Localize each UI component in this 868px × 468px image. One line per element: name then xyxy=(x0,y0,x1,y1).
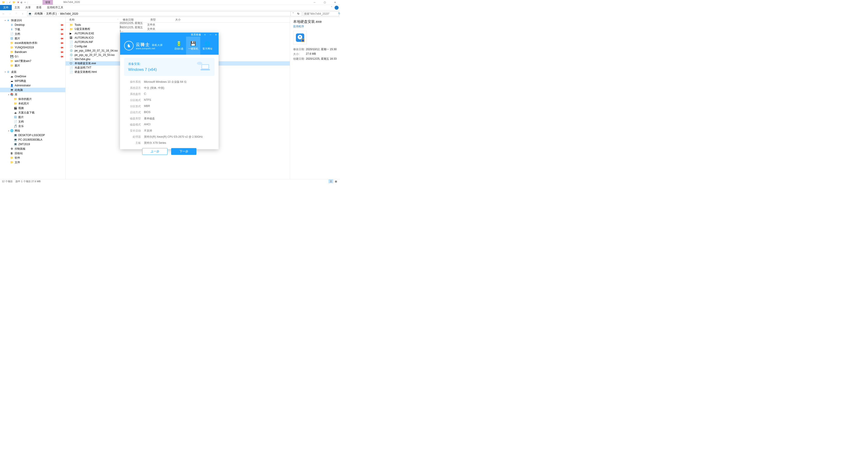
tree-item[interactable]: 🎵音乐 xyxy=(0,124,65,128)
pic-icon-glyph: 🖼 xyxy=(10,37,13,40)
file-row[interactable]: 📁U盘安装教程2020/12/25, 星期五 1...文件夹 xyxy=(66,27,290,31)
info-key: 磁盘类型 xyxy=(127,117,141,121)
ribbon-tab-file[interactable]: 文件 xyxy=(0,5,12,10)
orb-icon[interactable]: ◐ xyxy=(21,1,23,4)
chevron-right-icon[interactable]: › xyxy=(58,13,59,15)
tree-item[interactable]: ⚙控制面板 xyxy=(0,147,65,151)
nav-up-button[interactable]: ↑ xyxy=(20,11,25,17)
address-bar[interactable]: 💻 › 此电脑 › 文档 (E:) › Win7x64_2020 ˅ ↻ xyxy=(27,11,302,16)
pin-icon: 📌 xyxy=(59,23,64,27)
tree-item[interactable]: 📁软件 xyxy=(0,156,65,160)
tree-item[interactable]: ▸📚库 xyxy=(0,92,65,97)
tree-item[interactable]: 🎬视频 xyxy=(0,106,65,110)
col-header-name[interactable]: 名称 xyxy=(66,18,117,22)
view-icons-button[interactable]: ▦ xyxy=(334,180,338,183)
file-row[interactable]: 📁Tools2020/12/25, 星期五 1...文件夹 xyxy=(66,23,290,27)
nav-recent-dropdown[interactable]: ˅ xyxy=(13,11,19,17)
tree-item-label: 文件 xyxy=(15,160,20,164)
dialog-nav-item[interactable]: 🔋启动U盘 xyxy=(172,37,186,55)
close-red-icon[interactable]: ✕ xyxy=(17,1,19,4)
next-button[interactable]: 下一步 xyxy=(171,148,196,155)
brand-url: www.yunqishi.net xyxy=(136,47,163,50)
tree-item[interactable]: 📁本机照片 xyxy=(0,101,65,106)
tree-item[interactable]: 📁excel表格制作求和📌 xyxy=(0,41,65,45)
tree-item[interactable]: 🖥Desktop📌 xyxy=(0,23,65,27)
tree-item[interactable]: 🖼图片📌 xyxy=(0,36,65,41)
search-input[interactable] xyxy=(304,12,338,15)
tree-item[interactable]: 📁文件 xyxy=(0,160,65,164)
tree-item[interactable]: 📁图片 xyxy=(0,63,65,68)
tree-item[interactable]: ⬇下载📌 xyxy=(0,27,65,32)
dialog-nav-item[interactable]: 🌐官方网址 xyxy=(200,37,215,55)
tree-item[interactable]: 💻此电脑 xyxy=(0,88,65,92)
file-type-icon: 📁 xyxy=(70,27,73,31)
expand-icon[interactable]: ▾ xyxy=(4,71,6,73)
menu-icon[interactable]: ≡ xyxy=(204,33,206,36)
tree-item[interactable]: ☁天翼云盘下载 xyxy=(0,110,65,115)
ribbon-tab-share[interactable]: 共享 xyxy=(23,5,33,10)
checkmark-icon[interactable]: ✓ xyxy=(9,1,11,4)
minimize-button[interactable]: ─ xyxy=(309,0,320,5)
breadcrumb-folder[interactable]: Win7x64_2020 xyxy=(60,12,79,15)
refresh-icon[interactable]: ↻ xyxy=(296,12,301,15)
contact-service-link[interactable]: 联系客服 xyxy=(191,33,201,36)
tree-item[interactable]: 📄文档📌 xyxy=(0,32,65,36)
tree-item[interactable]: 📄文档 xyxy=(0,119,65,124)
tree-item[interactable]: ▸🌐网络 xyxy=(0,128,65,133)
ribbon-context-tab[interactable]: 管理 xyxy=(42,0,53,5)
ribbon-tab-apptools[interactable]: 应用程序工具 xyxy=(44,5,66,10)
minimize-icon[interactable]: ─ xyxy=(209,33,212,36)
tree-item[interactable]: 📁保存的图片 xyxy=(0,97,65,101)
chevron-right-icon[interactable]: › xyxy=(32,13,34,15)
tree-item[interactable]: 🖼图片 xyxy=(0,115,65,119)
search-box[interactable]: 🔍 xyxy=(303,11,339,16)
maximize-button[interactable]: ▢ xyxy=(320,0,330,5)
ribbon-tab-view[interactable]: 查看 xyxy=(33,5,44,10)
close-icon[interactable]: ✕ xyxy=(215,33,217,36)
nav-forward-button[interactable]: → xyxy=(7,11,13,17)
chevron-right-icon[interactable]: › xyxy=(43,13,45,15)
tree-item[interactable]: 🗑回收站 xyxy=(0,151,65,156)
ribbon-collapse-icon[interactable]: ˄ xyxy=(330,6,334,10)
tree-item[interactable]: ☁OneDrive xyxy=(0,74,65,79)
search-icon[interactable]: 🔍 xyxy=(338,12,340,15)
col-header-size[interactable]: 大小 xyxy=(173,18,195,22)
file-type: 文件夹 xyxy=(145,27,170,31)
close-button[interactable]: ✕ xyxy=(330,0,340,5)
tree-item[interactable]: 💻DESKTOP-LSSOEDP xyxy=(0,133,65,137)
prev-button[interactable]: 上一步 xyxy=(142,148,167,155)
expand-icon[interactable]: ▸ xyxy=(8,130,10,132)
expand-icon[interactable]: ▸ xyxy=(8,94,10,96)
ribbon-tab-home[interactable]: 主页 xyxy=(12,5,23,10)
status-bar: 12 个项目 选中 1 个项目 27.6 MB ☰ ▦ xyxy=(0,179,340,183)
tree-item[interactable]: 📁Bandicam📌 xyxy=(0,50,65,54)
file-name: 光盘说明.TXT xyxy=(74,66,117,70)
nav-back-button[interactable]: ← xyxy=(1,11,6,17)
tree-item[interactable]: 👤Administrator xyxy=(0,83,65,88)
tree-item[interactable]: 📁win7重装win7 xyxy=(0,59,65,63)
tree-item[interactable]: 💻ZMT2019 xyxy=(0,142,65,147)
folder-icon[interactable]: 📁 xyxy=(12,1,16,4)
col-header-type[interactable]: 类型 xyxy=(148,18,173,22)
tree-item[interactable]: 💾G:\📌 xyxy=(0,54,65,59)
view-details-button[interactable]: ☰ xyxy=(329,180,333,183)
navigation-tree[interactable]: ▾★快速访问🖥Desktop📌⬇下载📌📄文档📌🖼图片📌📁excel表格制作求和📌… xyxy=(0,17,66,179)
app-icon xyxy=(295,33,305,43)
help-icon[interactable]: ? xyxy=(335,6,339,10)
tree-item-label: Bandicam xyxy=(15,51,27,54)
tree-item[interactable]: 💻PC-20190530OBLA xyxy=(0,137,65,142)
item-glyph: ☁ xyxy=(10,74,13,78)
svg-rect-6 xyxy=(202,65,209,68)
tree-item[interactable]: ☁WPS网盘 xyxy=(0,79,65,83)
dialog-nav-item[interactable]: 💾一键装机 xyxy=(186,37,200,55)
breadcrumb-drive[interactable]: 文档 (E:) xyxy=(46,12,57,15)
tree-item-label: excel表格制作求和 xyxy=(15,41,37,45)
expand-icon[interactable]: ▾ xyxy=(4,20,6,22)
tree-item[interactable]: ▾🖥桌面 xyxy=(0,70,65,74)
tree-item[interactable]: ▾★快速访问 xyxy=(0,18,65,23)
address-dropdown-icon[interactable]: ˅ xyxy=(290,11,296,16)
file-type-icon: ▶ xyxy=(70,32,73,35)
customize-dropdown-icon[interactable]: ▼ xyxy=(24,1,26,3)
tree-item[interactable]: 📁YUNQISHI2019📌 xyxy=(0,45,65,50)
breadcrumb-root[interactable]: 此电脑 xyxy=(34,12,43,15)
